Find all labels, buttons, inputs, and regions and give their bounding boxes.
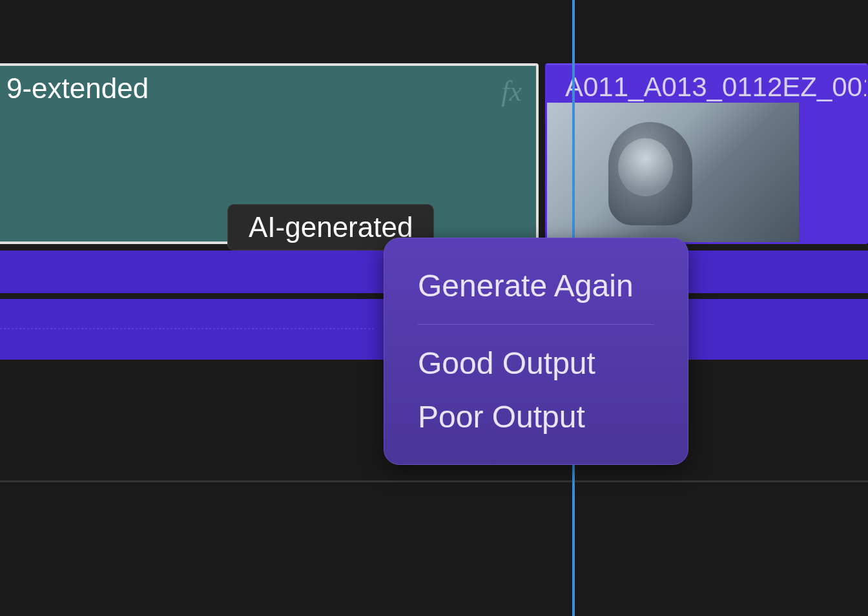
clip-label: A011_A013_0112EZ_001 [565,72,868,103]
menu-item-generate-again[interactable]: Generate Again [384,259,688,313]
menu-item-good-output[interactable]: Good Output [384,336,688,390]
clip-label: 9-extended [6,72,149,105]
clip-a011[interactable]: A011_A013_0112EZ_001 [545,63,868,244]
timeline: 9-extended fx A011_A013_0112EZ_001 AI-ge… [0,0,868,616]
audio-waveform [0,309,375,354]
fx-icon[interactable]: fx [501,75,522,108]
tooltip-label: AI-generated [249,211,413,243]
clip-thumbnail [547,103,799,244]
context-menu: Generate Again Good Output Poor Output [384,238,688,465]
track-divider [0,480,868,482]
menu-item-poor-output[interactable]: Poor Output [384,390,688,444]
menu-divider [418,324,654,325]
